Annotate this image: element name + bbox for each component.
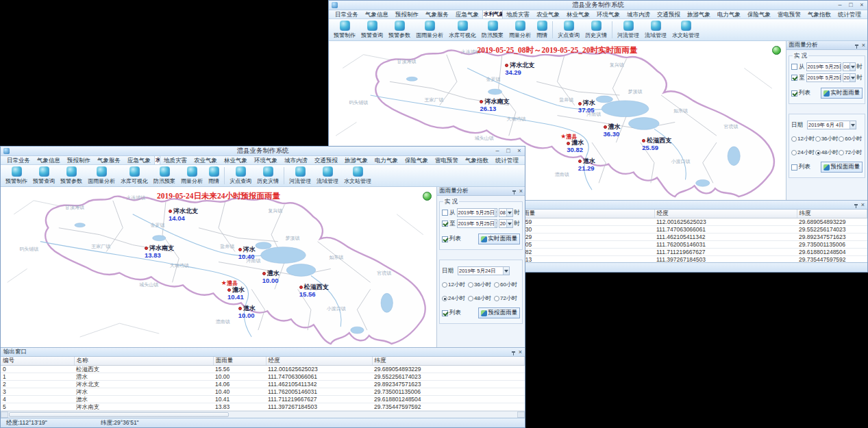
basin-marker-澧水[interactable]: 澧水36.30 xyxy=(604,124,621,138)
output-close-icon[interactable]: × xyxy=(861,201,865,208)
from-checkbox[interactable] xyxy=(442,210,448,216)
tab-林业气象[interactable]: 林业气象 xyxy=(221,156,251,164)
forecast-list-checkbox[interactable] xyxy=(791,164,797,171)
column-header-编号[interactable]: 编号 xyxy=(1,357,74,366)
tab-保险气象[interactable]: 保险气象 xyxy=(401,156,432,164)
duration-radio-36小时[interactable]: 36小时 xyxy=(815,135,839,142)
column-header-纬度[interactable]: 纬度 xyxy=(372,357,525,366)
tab-地质灾害[interactable]: 地质灾害 xyxy=(160,156,190,164)
window-main-front[interactable]: 澧县业务制作系统 – □ × 日常业务气象信息预报制作气象服务应急气象水利气象地… xyxy=(0,146,525,428)
toolbar-button-水文站管理[interactable]: 水文站管理 xyxy=(341,166,374,186)
tab-气象指数[interactable]: 气象指数 xyxy=(804,10,834,18)
column-header-纬度[interactable]: 纬度 xyxy=(797,210,867,218)
toolbar-button-预警查询[interactable]: 预警查询 xyxy=(30,166,58,186)
duration-radio-24小时[interactable]: 24小时 xyxy=(442,294,468,302)
forecast-list-checkbox[interactable] xyxy=(442,310,448,316)
table-row[interactable]: 4澹水10.41111.71121966762729.618801248504 xyxy=(1,396,525,403)
tab-交通预报[interactable]: 交通预报 xyxy=(311,156,341,164)
toolbar-button-预警制作[interactable]: 预警制作 xyxy=(331,20,358,40)
to-checkbox[interactable] xyxy=(791,75,797,81)
duration-radio-12小时[interactable]: 12小时 xyxy=(442,281,468,288)
tab-城市内涝[interactable]: 城市内涝 xyxy=(281,156,311,164)
close-button[interactable]: × xyxy=(856,1,867,10)
column-header-面雨量[interactable]: 面雨量 xyxy=(213,357,266,366)
tab-环境气象[interactable]: 环境气象 xyxy=(251,156,281,164)
duration-radio-72小时[interactable]: 72小时 xyxy=(494,294,520,302)
toolbar-button-面雨量分析[interactable]: 面雨量分析 xyxy=(413,20,446,40)
basin-marker-道水[interactable]: 道水21.29 xyxy=(578,158,595,173)
live-list-checkbox[interactable] xyxy=(442,236,448,242)
tab-环境气象[interactable]: 环境气象 xyxy=(593,10,623,18)
toolbar-button-面雨量分析[interactable]: 面雨量分析 xyxy=(85,166,118,186)
duration-radio-48小时[interactable]: 48小时 xyxy=(815,149,839,156)
basin-marker-松滋西支[interactable]: 松滋西支15.56 xyxy=(299,284,329,299)
basin-marker-松滋西支[interactable]: 松滋西支25.59 xyxy=(642,138,671,152)
basin-marker-澧水[interactable]: 澧水10.00 xyxy=(262,270,280,285)
toolbar-button-雨量分析[interactable]: 雨量分析 xyxy=(506,20,534,40)
map-canvas[interactable]: 甘溪滩镇火连坡镇金罗镇码头铺镇王家厂镇盐井镇复兴镇梦溪镇大堰垱镇涔南镇如东镇官垸… xyxy=(1,187,437,347)
toolbar-button-防汛预案[interactable]: 防汛预案 xyxy=(151,166,178,186)
toolbar-button-灾点查询[interactable]: 灾点查询 xyxy=(227,166,254,186)
basin-marker-道水[interactable]: 道水10.00 xyxy=(238,305,256,320)
basin-marker-涔水[interactable]: 涔水37.05 xyxy=(578,100,595,114)
duration-radio-36小时[interactable]: 36小时 xyxy=(468,281,494,288)
column-header-经度[interactable]: 经度 xyxy=(654,210,797,218)
forecast-date-select[interactable]: 2019年 6月 4日 xyxy=(807,121,856,129)
output-panel-header[interactable]: 输出窗口 × xyxy=(1,348,525,357)
to-hour-select[interactable]: 20 xyxy=(843,73,856,82)
to-date-select[interactable]: 2019年 5月25日 xyxy=(806,73,841,82)
toolbar-button-历史灾情[interactable]: 历史灾情 xyxy=(582,20,610,40)
tab-旅游气象[interactable]: 旅游气象 xyxy=(341,156,371,164)
title-bar[interactable]: 澧县业务制作系统 – □ × xyxy=(1,147,525,156)
forecast-rainfall-button[interactable]: 预报面雨量 xyxy=(821,162,863,173)
refresh-map-button[interactable] xyxy=(772,46,781,55)
maximize-button[interactable]: □ xyxy=(503,147,514,155)
toolbar-button-灾点查询[interactable]: 灾点查询 xyxy=(555,20,582,40)
toolbar-button-河流管理[interactable]: 河流管理 xyxy=(615,20,642,40)
tab-气象服务[interactable]: 气象服务 xyxy=(422,10,452,18)
toolbar-button-预警查询[interactable]: 预警查询 xyxy=(358,20,386,40)
output-close-icon[interactable]: × xyxy=(519,349,522,355)
duration-radio-72小时[interactable]: 72小时 xyxy=(839,149,863,156)
minimize-button[interactable]: – xyxy=(834,1,845,10)
to-hour-select[interactable]: 20 xyxy=(499,219,513,228)
column-header-名称[interactable]: 名称 xyxy=(74,357,213,366)
forecast-date-select[interactable]: 2019年 5月24日 xyxy=(458,266,510,275)
live-list-checkbox[interactable] xyxy=(791,90,797,97)
tab-地质灾害[interactable]: 地质灾害 xyxy=(503,10,533,18)
basin-marker-涔水南支[interactable]: 涔水南支13.83 xyxy=(145,245,174,260)
pin-icon[interactable] xyxy=(854,204,858,205)
tab-统计管理[interactable]: 统计管理 xyxy=(492,156,522,164)
toolbar-button-雨量分析[interactable]: 雨量分析 xyxy=(178,166,206,186)
duration-radio-48小时[interactable]: 48小时 xyxy=(468,294,494,302)
refresh-map-button[interactable] xyxy=(423,192,432,201)
basin-marker-涔水北支[interactable]: 涔水北支34.29 xyxy=(505,62,534,77)
duration-radio-12小时[interactable]: 12小时 xyxy=(791,135,815,142)
toolbar-button-雨情[interactable]: 雨情 xyxy=(534,20,550,40)
from-hour-select[interactable]: 08 xyxy=(499,208,513,217)
from-checkbox[interactable] xyxy=(791,64,797,70)
to-checkbox[interactable] xyxy=(442,221,448,227)
pin-icon[interactable] xyxy=(855,45,858,46)
tab-农业气象[interactable]: 农业气象 xyxy=(533,10,563,18)
from-hour-select[interactable]: 08 xyxy=(843,62,856,71)
tab-农业气象[interactable]: 农业气象 xyxy=(190,156,221,164)
basin-marker-澹水[interactable]: 澹水30.82 xyxy=(567,140,584,154)
tab-雷电预警[interactable]: 雷电预警 xyxy=(774,10,804,18)
to-date-select[interactable]: 2019年 5月25日 xyxy=(457,219,497,228)
toolbar-button-流域管理[interactable]: 流域管理 xyxy=(314,166,341,186)
basin-marker-涔水南支[interactable]: 涔水南支26.13 xyxy=(480,99,509,113)
table-row[interactable]: 0松滋西支15.56112.00162562502329.68905489322… xyxy=(1,366,525,373)
horizontal-scrollbar[interactable] xyxy=(1,411,525,418)
basin-marker-涔水北支[interactable]: 涔水北支14.04 xyxy=(169,208,198,223)
panel-close-icon[interactable]: × xyxy=(862,42,865,49)
duration-radio-60小时[interactable]: 60小时 xyxy=(839,135,863,142)
toolbar-button-水库可视化[interactable]: 水库可视化 xyxy=(118,166,151,186)
scroll-left-icon[interactable] xyxy=(1,412,8,418)
tab-旅游气象[interactable]: 旅游气象 xyxy=(684,10,714,18)
tab-水利气象[interactable]: 水利气象 xyxy=(154,156,160,164)
tab-水利气象[interactable]: 水利气象 xyxy=(482,10,503,18)
tab-气象指数[interactable]: 气象指数 xyxy=(462,156,492,164)
tab-交通预报[interactable]: 交通预报 xyxy=(654,10,684,18)
from-date-select[interactable]: 2019年 5月25日 xyxy=(457,208,497,217)
